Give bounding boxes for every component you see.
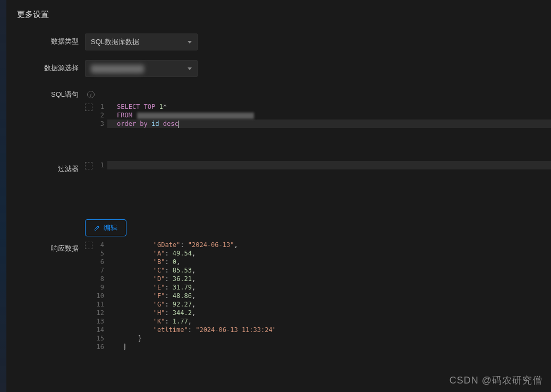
sql-code[interactable]: SELECT TOP 1* FROM order by id desc <box>107 103 551 128</box>
panel-title: 更多设置 <box>6 0 551 33</box>
chevron-down-icon <box>188 41 192 44</box>
text-cursor <box>178 121 179 128</box>
row-data-type: 数据类型 SQL数据库数据 <box>6 33 551 50</box>
left-accent-strip <box>0 0 6 392</box>
select-data-type[interactable]: SQL数据库数据 <box>85 33 198 50</box>
response-code: "GDate": "2024-06-13", "A": 49.54, "B": … <box>107 241 551 351</box>
select-data-source-value: ██████████ <box>91 65 144 73</box>
expand-icon[interactable] <box>85 162 92 169</box>
select-data-source[interactable]: ██████████ <box>85 60 198 77</box>
info-icon[interactable]: i <box>87 91 95 98</box>
label-data-type: 数据类型 <box>6 33 85 46</box>
edit-button[interactable]: 编辑 <box>85 219 126 236</box>
label-data-source: 数据源选择 <box>6 60 85 73</box>
response-viewer[interactable]: 45678910111213141516 "GDate": "2024-06-1… <box>85 241 551 351</box>
label-response: 响应数据 <box>6 244 85 253</box>
label-filter: 过滤器 <box>6 164 85 174</box>
settings-panel: 更多设置 数据类型 SQL数据库数据 数据源选择 ██████████ SQL语… <box>6 0 551 392</box>
edit-icon <box>94 225 100 231</box>
filter-editor[interactable]: 1 <box>85 161 551 169</box>
expand-icon[interactable] <box>85 242 92 249</box>
row-sql: SQL语句 i <box>6 87 551 99</box>
form-area: 数据类型 SQL数据库数据 数据源选择 ██████████ SQL语句 i 1… <box>6 33 551 351</box>
watermark: CSDN @码农研究僧 <box>450 374 542 387</box>
row-response: 响应数据 45678910111213141516 "GDate": "2024… <box>6 244 551 351</box>
label-sql: SQL语句 <box>6 87 85 99</box>
filter-gutter: 1 <box>96 161 107 169</box>
edit-button-label: 编辑 <box>104 223 117 233</box>
chevron-down-icon <box>188 67 192 70</box>
response-gutter: 45678910111213141516 <box>96 241 107 351</box>
row-data-source: 数据源选择 ██████████ <box>6 60 551 77</box>
sql-editor[interactable]: 123 SELECT TOP 1* FROM order by id desc <box>85 103 551 128</box>
select-data-type-value: SQL数据库数据 <box>91 37 139 47</box>
sql-gutter: 123 <box>96 103 107 128</box>
sql-editor-row: 123 SELECT TOP 1* FROM order by id desc <box>6 103 551 128</box>
redacted-table-name <box>137 113 254 119</box>
expand-icon[interactable] <box>85 104 92 111</box>
row-filter: 过滤器 1 <box>6 164 551 207</box>
filter-code[interactable] <box>107 161 551 169</box>
